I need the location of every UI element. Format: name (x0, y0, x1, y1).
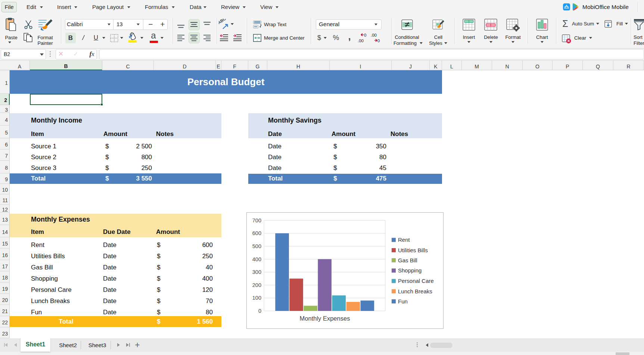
svg-text:Gas Bill: Gas Bill (398, 257, 417, 263)
svg-text:0: 0 (258, 308, 261, 314)
svg-text:400: 400 (252, 256, 261, 262)
svg-text:Lunch Breaks: Lunch Breaks (398, 288, 432, 294)
svg-text:300: 300 (252, 269, 261, 275)
svg-text:ABC: ABC (219, 19, 227, 25)
svg-text:0: 0 (377, 38, 380, 43)
svg-text:200: 200 (252, 282, 261, 288)
svg-text:Rent: Rent (398, 237, 410, 243)
svg-text:100: 100 (252, 295, 261, 301)
svg-text:700: 700 (252, 217, 261, 223)
svg-text:.00: .00 (371, 33, 377, 37)
svg-text:Utilities Bills: Utilities Bills (398, 247, 428, 253)
svg-text:Shopping: Shopping (398, 267, 421, 274)
svg-text:.00: .00 (358, 38, 364, 43)
svg-text:600: 600 (252, 230, 261, 236)
svg-text:500: 500 (252, 243, 261, 249)
svg-text:0: 0 (364, 33, 366, 37)
svg-text:Fun: Fun (398, 298, 408, 305)
svg-text:Monthly Expenses: Monthly Expenses (300, 315, 350, 322)
svg-text:Personal Care: Personal Care (398, 278, 434, 284)
